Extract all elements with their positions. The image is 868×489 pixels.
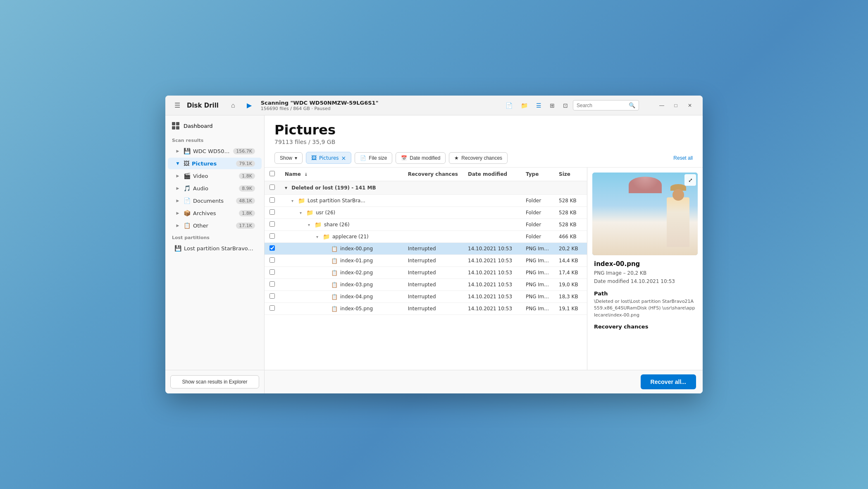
show-label: Show [280, 155, 292, 161]
main-layout: Dashboard Scan results ▶ 💾 WDC WD50NMZW-… [165, 115, 703, 393]
show-explorer-button[interactable]: Show scan results in Explorer [170, 375, 259, 388]
table-row[interactable]: 📋 index-00.png Interrupted 14.10.2021 10… [265, 243, 587, 255]
table-row[interactable]: ▾ 📁 share (26) Folder 528 KB [265, 219, 587, 231]
file-table: Name ↓ Recovery chances Date modified [265, 168, 587, 315]
title-bar-center: ⌂ ▶ Scanning "WDC WD50NMZW-59LG6S1" 1566… [219, 99, 649, 112]
hamburger-menu[interactable]: ☰ [172, 99, 183, 112]
row-size: 18,3 KB [559, 294, 578, 300]
reset-all-button[interactable]: Reset all [673, 155, 693, 161]
table-row[interactable]: 📋 index-05.png Interrupted 14.10.2021 10… [265, 303, 587, 315]
sidebar-item-audio[interactable]: ▶ 🎵 Audio 8.9K [168, 182, 262, 194]
sidebar-item-lost-partition[interactable]: 💾 Lost partition StarBravo21A55... [168, 242, 262, 254]
col-recovery-header[interactable]: Recovery chances [403, 168, 463, 181]
row-check-cell [265, 231, 280, 243]
row-check-cell [265, 243, 280, 255]
row-checkbox-0[interactable] [269, 197, 275, 203]
row-size: 19,1 KB [559, 306, 578, 312]
row-name-cell: 📋 index-00.png [280, 243, 403, 255]
sidebar-item-video[interactable]: ▶ 🎬 Video 1.8K [168, 170, 262, 182]
sidebar-item-documents[interactable]: ▶ 📄 Documents 48.1K [168, 195, 262, 206]
file-row-icon: 📋 [331, 282, 338, 288]
show-filter-button[interactable]: Show ▾ [274, 152, 303, 164]
group-row[interactable]: ▾ Deleted or lost (199) - 141 MB [265, 181, 587, 195]
row-date: 14.10.2021 10:53 [468, 258, 512, 264]
title-bar: ☰ Disk Drill ⌂ ▶ Scanning "WDC WD50NMZW-… [165, 96, 703, 115]
table-row[interactable]: ▾ 📁 usr (26) Folder 528 KB [265, 207, 587, 219]
col-name-header[interactable]: Name ↓ [280, 168, 403, 181]
row-type: Folder [526, 222, 541, 228]
table-row[interactable]: 📋 index-01.png Interrupted 14.10.2021 10… [265, 255, 587, 267]
row-size-cell: 18,3 KB [554, 291, 587, 303]
folder-row-icon: 📁 [298, 197, 305, 204]
split-view-button[interactable]: ⊡ [560, 100, 571, 111]
play-button[interactable]: ▶ [244, 99, 254, 112]
row-size-cell: 20,2 KB [554, 243, 587, 255]
expand-disk-icon: ▶ [174, 148, 181, 154]
group-check [265, 181, 280, 195]
open-external-button[interactable]: ⤢ [684, 174, 696, 186]
maximize-button[interactable]: □ [670, 101, 682, 110]
row-checkbox-4[interactable] [269, 245, 275, 251]
sidebar-item-other[interactable]: ▶ 📋 Other 17.1K [168, 220, 262, 231]
row-name: index-01.png [340, 258, 373, 264]
row-checkbox-9[interactable] [269, 305, 275, 311]
date-col-label: Date modified [468, 171, 507, 177]
sidebar-item-audio-badge: 8.9K [239, 185, 255, 192]
sidebar-item-disk[interactable]: ▶ 💾 WDC WD50NMZW-5... 156.7K [168, 145, 262, 157]
sidebar-dashboard-item[interactable]: Dashboard [165, 115, 264, 134]
lost-partition-disk-icon: 💾 [174, 245, 181, 252]
pictures-icon: 🖼 [184, 160, 189, 167]
col-type-header[interactable]: Type [521, 168, 554, 181]
col-size-header[interactable]: Size [554, 168, 587, 181]
row-date-cell [463, 195, 521, 207]
app-title: Disk Drill [187, 102, 219, 109]
grid-view-button[interactable]: ⊞ [546, 100, 558, 111]
recover-all-button[interactable]: Recover all... [641, 374, 696, 389]
row-checkbox-1[interactable] [269, 209, 275, 215]
close-button[interactable]: ✕ [684, 101, 696, 110]
row-date: 14.10.2021 10:53 [468, 306, 512, 312]
select-all-checkbox[interactable] [269, 171, 275, 176]
table-row[interactable]: 📋 index-02.png Interrupted 14.10.2021 10… [265, 267, 587, 279]
row-name: index-03.png [340, 282, 373, 288]
table-row[interactable]: ▾ 📁 Lost partition StarBra... Folder 528… [265, 195, 587, 207]
recovery-chances-filter-button[interactable]: ★ Recovery chances [449, 152, 508, 164]
row-check-cell [265, 255, 280, 267]
sidebar-item-archives[interactable]: ▶ 📦 Archives 1.8K [168, 207, 262, 219]
row-checkbox-7[interactable] [269, 281, 275, 287]
col-date-header[interactable]: Date modified [463, 168, 521, 181]
table-row[interactable]: ▾ 📁 applecare (21) Folder 466 KB [265, 231, 587, 243]
row-checkbox-8[interactable] [269, 293, 275, 299]
row-date: 14.10.2021 10:53 [468, 282, 512, 288]
table-row[interactable]: 📋 index-03.png Interrupted 14.10.2021 10… [265, 279, 587, 291]
list-view-button[interactable]: ☰ [533, 100, 545, 111]
row-checkbox-3[interactable] [269, 233, 275, 239]
search-input[interactable] [577, 103, 626, 108]
hamburger-icon: ☰ [174, 101, 180, 109]
grid-icon: ⊞ [550, 102, 555, 109]
row-size: 14,4 KB [559, 258, 578, 264]
folder-view-button[interactable]: 📁 [517, 100, 531, 111]
doc-view-button[interactable]: 📄 [502, 100, 516, 111]
split-icon: ⊡ [563, 102, 568, 109]
home-button[interactable]: ⌂ [229, 99, 238, 112]
row-name-cell: ▾ 📁 Lost partition StarBra... [280, 195, 403, 207]
group-checkbox[interactable] [269, 185, 275, 190]
row-recovery-cell: Interrupted [403, 267, 463, 279]
row-check-cell [265, 291, 280, 303]
minimize-button[interactable]: — [656, 101, 668, 110]
table-row[interactable]: 📋 index-04.png Interrupted 14.10.2021 10… [265, 291, 587, 303]
row-type: PNG Im... [526, 306, 549, 312]
content-area: Pictures 79113 files / 35,9 GB Show ▾ 🖼 … [265, 115, 703, 393]
row-name: index-02.png [340, 270, 373, 276]
file-size-filter-button[interactable]: 📄 File size [355, 152, 392, 164]
pictures-filter-close[interactable]: × [341, 155, 346, 161]
date-modified-filter-button[interactable]: 📅 Date modified [396, 152, 446, 164]
row-checkbox-5[interactable] [269, 257, 275, 263]
row-recovery: Interrupted [408, 246, 436, 252]
row-checkbox-2[interactable] [269, 221, 275, 227]
row-date-cell [463, 207, 521, 219]
sidebar-item-pictures[interactable]: ▼ 🖼 Pictures 79.1K [168, 158, 262, 169]
row-checkbox-6[interactable] [269, 269, 275, 275]
row-size: 528 KB [559, 222, 577, 228]
